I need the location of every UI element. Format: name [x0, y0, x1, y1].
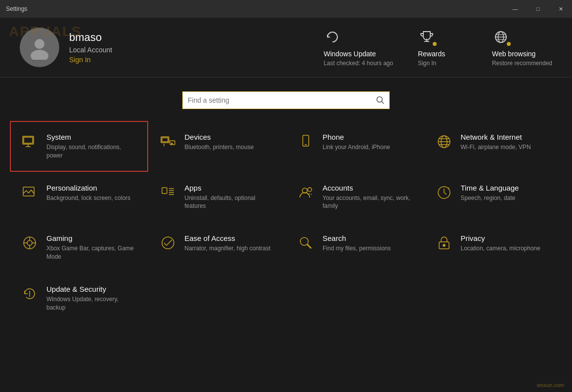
- svg-line-43: [307, 244, 311, 248]
- setting-item-update-security[interactable]: Update & Security Windows Update, recove…: [10, 273, 148, 324]
- profile-name: bmaso: [69, 31, 112, 44]
- setting-name-search: Search: [323, 234, 391, 242]
- setting-text-system: System Display, sound, notifications, po…: [46, 133, 137, 160]
- svg-point-17: [171, 143, 172, 144]
- setting-text-ease: Ease of Access Narrator, magnifier, high…: [185, 234, 271, 253]
- setting-icon-privacy: [435, 234, 453, 252]
- setting-name-privacy: Privacy: [461, 234, 540, 242]
- setting-icon-ease: [159, 234, 177, 252]
- setting-name-ease: Ease of Access: [185, 234, 271, 242]
- svg-point-42: [300, 237, 308, 245]
- setting-icon-phone: [297, 133, 315, 151]
- setting-text-search: Search Find my files, permissions: [323, 234, 391, 253]
- bottom-watermark: wsxun.com: [537, 382, 564, 388]
- setting-text-phone: Phone Link your Android, iPhone: [323, 133, 390, 152]
- setting-icon-network: [435, 133, 453, 151]
- svg-point-0: [35, 39, 44, 49]
- rewards-icon-wrap: [418, 28, 436, 46]
- setting-name-time: Time & Language: [461, 184, 519, 192]
- widget-title-web: Web browsing: [492, 50, 535, 58]
- setting-name-accounts: Accounts: [323, 184, 413, 192]
- setting-icon-system: [21, 133, 39, 151]
- setting-item-system[interactable]: System Display, sound, notifications, po…: [10, 121, 148, 172]
- setting-desc-personalization: Background, lock screen, colors: [46, 194, 130, 202]
- setting-desc-update-security: Windows Update, recovery, backup: [46, 295, 137, 312]
- widget-web-browsing[interactable]: Web browsing Restore recommended: [492, 28, 552, 67]
- setting-text-privacy: Privacy Location, camera, microphone: [461, 234, 540, 253]
- title-bar: Settings — □ ✕: [0, 0, 572, 18]
- svg-point-36: [27, 240, 32, 245]
- setting-icon-accounts: [297, 184, 315, 201]
- setting-text-accounts: Accounts Your accounts, email, sync, wor…: [323, 184, 413, 211]
- setting-name-phone: Phone: [323, 133, 390, 141]
- sign-in-link[interactable]: Sign In: [69, 56, 112, 64]
- refresh-icon: [325, 30, 340, 44]
- widget-rewards[interactable]: Rewards Sign In: [418, 28, 467, 67]
- search-area: [0, 78, 572, 121]
- setting-name-apps: Apps: [185, 184, 276, 192]
- rewards-dot: [432, 41, 438, 47]
- maximize-button[interactable]: □: [527, 0, 549, 18]
- setting-desc-devices: Bluetooth, printers, mouse: [185, 143, 254, 152]
- search-input[interactable]: [188, 96, 372, 104]
- setting-icon-search: [297, 234, 315, 252]
- setting-item-time[interactable]: Time & Language Speech, region, date: [424, 172, 563, 223]
- setting-item-ease[interactable]: Ease of Access Narrator, magnifier, high…: [148, 222, 286, 273]
- setting-item-search[interactable]: Search Find my files, permissions: [286, 222, 424, 273]
- setting-item-phone[interactable]: Phone Link your Android, iPhone: [286, 121, 424, 172]
- account-type: Local Account: [69, 46, 112, 54]
- user-icon: [27, 35, 52, 60]
- svg-rect-26: [162, 188, 167, 194]
- setting-text-personalization: Personalization Background, lock screen,…: [46, 184, 130, 202]
- setting-desc-apps: Uninstall, defaults, optional features: [185, 194, 276, 211]
- setting-item-accounts[interactable]: Accounts Your accounts, email, sync, wor…: [286, 172, 424, 223]
- setting-icon-update-security: [21, 285, 39, 303]
- setting-icon-gaming: [21, 234, 39, 252]
- setting-item-network[interactable]: Network & Internet Wi-Fi, airplane mode,…: [424, 121, 563, 172]
- setting-item-privacy[interactable]: Privacy Location, camera, microphone: [424, 222, 563, 273]
- setting-item-gaming[interactable]: Gaming Xbox Game Bar, captures, Game Mod…: [10, 222, 148, 273]
- profile-section: bmaso Local Account Sign In: [20, 28, 324, 67]
- setting-desc-time: Speech, region, date: [461, 194, 519, 202]
- setting-item-personalization[interactable]: Personalization Background, lock screen,…: [10, 172, 148, 223]
- setting-desc-accounts: Your accounts, email, sync, work, family: [323, 194, 413, 211]
- setting-desc-search: Find my files, permissions: [323, 244, 391, 253]
- svg-line-34: [448, 188, 449, 189]
- minimize-button[interactable]: —: [504, 0, 527, 18]
- widget-sub-web: Restore recommended: [492, 60, 552, 67]
- setting-name-update-security: Update & Security: [46, 285, 137, 293]
- setting-name-network: Network & Internet: [461, 133, 531, 141]
- setting-icon-apps: [159, 184, 177, 201]
- setting-item-apps[interactable]: Apps Uninstall, defaults, optional featu…: [148, 172, 286, 223]
- setting-text-devices: Devices Bluetooth, printers, mouse: [185, 133, 254, 152]
- svg-point-41: [162, 237, 174, 249]
- widget-title-rewards: Rewards: [418, 50, 445, 58]
- setting-icon-time: [435, 184, 453, 201]
- setting-name-personalization: Personalization: [46, 184, 130, 192]
- svg-rect-12: [24, 137, 33, 143]
- setting-item-devices[interactable]: Devices Bluetooth, printers, mouse: [148, 121, 286, 172]
- avatar: [20, 28, 59, 67]
- profile-info: bmaso Local Account Sign In: [69, 31, 112, 64]
- setting-desc-phone: Link your Android, iPhone: [323, 143, 390, 152]
- setting-name-devices: Devices: [185, 133, 254, 141]
- setting-name-system: System: [46, 133, 137, 141]
- setting-desc-gaming: Xbox Game Bar, captures, Game Mode: [46, 244, 137, 261]
- setting-text-gaming: Gaming Xbox Game Bar, captures, Game Mod…: [46, 234, 137, 261]
- header-widgets: Windows Update Last checked: 4 hours ago…: [324, 28, 552, 67]
- svg-point-32: [308, 188, 312, 192]
- setting-desc-privacy: Location, camera, microphone: [461, 244, 540, 253]
- windows-update-icon-wrap: [324, 28, 341, 46]
- windows-update-icon: [324, 28, 341, 46]
- close-button[interactable]: ✕: [549, 0, 572, 18]
- app-title: Settings: [6, 5, 27, 12]
- widget-windows-update[interactable]: Windows Update Last checked: 4 hours ago: [324, 28, 393, 67]
- widget-sub-update: Last checked: 4 hours ago: [324, 60, 393, 67]
- setting-desc-system: Display, sound, notifications, power: [46, 143, 137, 160]
- setting-text-network: Network & Internet Wi-Fi, airplane mode,…: [461, 133, 531, 152]
- setting-icon-personalization: [21, 184, 39, 201]
- setting-text-apps: Apps Uninstall, defaults, optional featu…: [185, 184, 276, 211]
- setting-desc-network: Wi-Fi, airplane mode, VPN: [461, 143, 531, 152]
- widget-sub-rewards: Sign In: [418, 60, 436, 67]
- search-bar[interactable]: [182, 91, 390, 109]
